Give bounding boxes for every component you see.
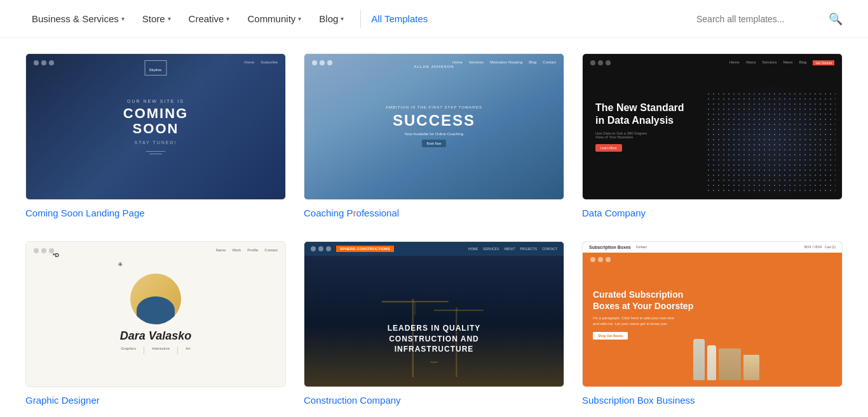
window-dots <box>311 246 331 251</box>
nav-item-business-services[interactable]: Business & Services ▾ <box>25 8 131 29</box>
ch-content: AMBITION IS THE FIRST STEP TOWARDS SUCCE… <box>386 105 482 147</box>
templates-grid: Skyline. HomeSubscribe OUR NEW SITE IS C… <box>25 53 843 406</box>
dc-content: The New Standardin Data Analysis Use Dat… <box>595 102 829 152</box>
chevron-down-icon: ▾ <box>121 15 125 22</box>
search-icon[interactable]: 🔍 <box>829 12 843 26</box>
sub-nav: Contact <box>636 245 647 249</box>
cs-logo: Skyline. <box>144 60 166 76</box>
svg-rect-7 <box>457 310 483 311</box>
all-templates-link[interactable]: All Templates <box>371 13 428 24</box>
navigation: Business & Services ▾ Store ▾ Creative ▾… <box>0 0 868 38</box>
template-preview-data[interactable]: HomeAboutServicesNewsBlogGet Started The… <box>582 53 843 200</box>
nav-divider <box>360 10 361 28</box>
nav-item-creative[interactable]: Creative ▾ <box>182 8 236 29</box>
template-name-data[interactable]: Data Company <box>582 208 843 218</box>
con-text: LEADERS IN QUALITYCONSTRUCTION ANDINFRAS… <box>388 323 481 367</box>
sub-cart: BOX ☐ BOX Cart (1) <box>804 245 836 249</box>
window-dots <box>34 60 54 65</box>
ch-logo: ALLAN JOHNSON <box>414 59 454 70</box>
template-preview-graphic[interactable]: NameWorkProfileContact *D ✳ Dara Valasko… <box>25 241 286 388</box>
search-area: 🔍 <box>696 12 843 26</box>
window-dots <box>312 60 332 65</box>
template-name-construction[interactable]: Construction Company <box>304 395 564 406</box>
gd-designer-name: Dara Valasko <box>120 329 191 343</box>
template-name-subscription[interactable]: Subscription Box Business <box>582 395 843 406</box>
nav-label-creative: Creative <box>189 13 224 24</box>
ch-nav: HomeServicesMotivation ReadingBlogContac… <box>452 60 556 64</box>
template-card-coaching[interactable]: HomeServicesMotivation ReadingBlogContac… <box>304 53 564 218</box>
sub-header: Subscription Boxes Contact BOX ☐ BOX Car… <box>583 242 842 253</box>
nav-item-store[interactable]: Store ▾ <box>136 8 177 29</box>
window-dots <box>34 248 54 253</box>
nav-links: Business & Services ▾ Store ▾ Creative ▾… <box>25 8 350 29</box>
window-dots <box>590 257 611 262</box>
nav-label-blog: Blog <box>319 13 338 24</box>
svg-rect-2 <box>414 301 449 302</box>
cs-lines <box>146 151 165 154</box>
svg-rect-3 <box>414 302 415 315</box>
chevron-down-icon: ▾ <box>298 15 301 22</box>
dc-nav: HomeAboutServicesNewsBlogGet Started <box>729 60 834 65</box>
template-card-construction[interactable]: SPHERE CONSTRUCTIONS HOMESERVICESABOUTPR… <box>304 241 564 406</box>
nav-label-store: Store <box>142 13 165 24</box>
template-card-subscription[interactable]: Subscription Boxes Contact BOX ☐ BOX Car… <box>582 241 843 406</box>
search-input[interactable] <box>696 14 824 24</box>
nav-label-business: Business & Services <box>32 13 119 24</box>
template-card-graphic[interactable]: NameWorkProfileContact *D ✳ Dara Valasko… <box>25 241 286 406</box>
nav-label-community: Community <box>247 13 295 24</box>
template-card-coming-soon[interactable]: Skyline. HomeSubscribe OUR NEW SITE IS C… <box>25 53 286 218</box>
sub-content: Curated SubscriptionBoxes at Your Doorst… <box>593 289 832 340</box>
chevron-down-icon: ▾ <box>226 15 229 22</box>
gd-tags: Graphics Interactive Art <box>121 347 190 354</box>
template-preview-construction[interactable]: SPHERE CONSTRUCTIONS HOMESERVICESABOUTPR… <box>304 241 564 388</box>
con-header: SPHERE CONSTRUCTIONS HOMESERVICESABOUTPR… <box>304 242 564 256</box>
cs-nav: HomeSubscribe <box>244 60 278 64</box>
template-name-graphic[interactable]: Graphic Designer <box>25 395 286 406</box>
chevron-down-icon: ▾ <box>168 15 171 22</box>
gd-person <box>130 274 181 324</box>
nav-item-blog[interactable]: Blog ▾ <box>313 8 350 29</box>
con-nav: HOMESERVICESABOUTPROJECTSCONTACT <box>468 247 557 251</box>
template-name-coaching[interactable]: Coaching Professional <box>304 208 564 218</box>
nav-item-community[interactable]: Community ▾ <box>241 8 308 29</box>
template-preview-coaching[interactable]: HomeServicesMotivation ReadingBlogContac… <box>304 53 564 200</box>
template-card-data[interactable]: HomeAboutServicesNewsBlogGet Started The… <box>582 53 843 218</box>
svg-rect-6 <box>434 310 458 311</box>
template-preview-subscription[interactable]: Subscription Boxes Contact BOX ☐ BOX Car… <box>582 241 843 388</box>
gd-star: ✳ <box>118 261 123 268</box>
template-preview-coming-soon[interactable]: Skyline. HomeSubscribe OUR NEW SITE IS C… <box>25 53 286 200</box>
chevron-down-icon: ▾ <box>341 15 344 22</box>
gd-nav: NameWorkProfileContact <box>215 248 278 252</box>
window-dots <box>590 60 611 65</box>
cs-text: OUR NEW SITE IS COMINGSOON STAY TUNED! <box>123 99 188 145</box>
main-content: Skyline. HomeSubscribe OUR NEW SITE IS C… <box>0 38 868 417</box>
template-name-coming-soon[interactable]: Coming Soon Landing Page <box>25 208 286 218</box>
con-logo: SPHERE CONSTRUCTIONS <box>336 246 394 252</box>
gd-logo: *D <box>53 248 59 260</box>
